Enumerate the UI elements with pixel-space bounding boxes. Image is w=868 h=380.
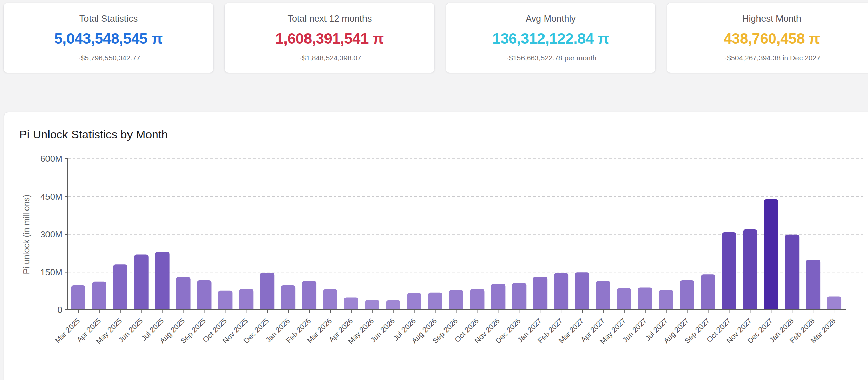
bar-Aug-2027[interactable] — [680, 280, 694, 310]
stat-label: Total next 12 months — [287, 14, 372, 24]
bar-Jul-2025[interactable] — [155, 252, 170, 310]
stat-card-total-statistics: Total Statistics 5,043,548,545 π ~$5,796… — [3, 3, 214, 73]
bar-Feb-2026[interactable] — [302, 281, 316, 310]
stat-value: 136,312,122.84 π — [492, 30, 609, 47]
stat-subtext: ~$156,663,522.78 per month — [505, 54, 596, 62]
bar-Mar-2028[interactable] — [827, 297, 841, 310]
bar-Sep-2025[interactable] — [197, 280, 211, 310]
bar-Jun-2027[interactable] — [638, 288, 652, 310]
stat-value: 5,043,548,545 π — [54, 30, 163, 47]
stat-card-highest-month: Highest Month 438,760,458 π ~$504,267,39… — [667, 3, 868, 73]
bar-Jun-2026[interactable] — [386, 300, 400, 310]
bar-Jan-2026[interactable] — [281, 285, 295, 310]
bar-Nov-2025[interactable] — [239, 289, 253, 310]
y-tick-label: 300M — [40, 229, 62, 239]
bar-May-2027[interactable] — [617, 288, 631, 310]
bar-Oct-2026[interactable] — [470, 289, 484, 310]
stat-subtext: ~$1,848,524,398.07 — [298, 54, 361, 62]
stat-subtext: ~$504,267,394.38 in Dec 2027 — [723, 54, 821, 62]
stat-label: Avg Monthly — [526, 14, 576, 24]
bar-Sep-2026[interactable] — [449, 290, 463, 310]
bar-Aug-2026[interactable] — [428, 293, 442, 310]
bar-Apr-2027[interactable] — [596, 281, 610, 310]
bar-Jan-2028[interactable] — [785, 235, 799, 310]
bar-May-2026[interactable] — [365, 300, 379, 310]
bar-Feb-2028[interactable] — [806, 260, 820, 310]
stat-subtext: ~$5,796,550,342.77 — [77, 54, 140, 62]
y-axis-title: Pi unlock (in millions) — [22, 195, 31, 274]
bar-Mar-2027[interactable] — [575, 272, 589, 310]
bar-Jan-2027[interactable] — [533, 277, 547, 310]
bar-Oct-2027[interactable] — [722, 232, 736, 310]
bar-Jul-2026[interactable] — [407, 293, 421, 310]
bar-Feb-2027[interactable] — [554, 273, 568, 310]
y-tick-label: 450M — [40, 192, 62, 202]
stat-card-total-next-12-months: Total next 12 months 1,608,391,541 π ~$1… — [224, 3, 435, 73]
stat-value: 438,760,458 π — [724, 30, 820, 47]
bar-May-2025[interactable] — [113, 264, 127, 310]
y-tick-label: 150M — [40, 267, 62, 277]
pi-unlock-chart-card: Pi Unlock Statistics by Month 0150M300M4… — [4, 112, 868, 380]
bar-Jun-2025[interactable] — [134, 254, 149, 310]
bar-Dec-2027[interactable] — [764, 199, 778, 310]
bar-chart-svg: 0150M300M450M600MMar 2025Apr 2025May 202… — [8, 148, 868, 372]
chart-title: Pi Unlock Statistics by Month — [19, 128, 868, 141]
bar-Dec-2025[interactable] — [260, 273, 274, 310]
bar-chart: 0150M300M450M600MMar 2025Apr 2025May 202… — [8, 148, 868, 372]
bar-Mar-2026[interactable] — [323, 289, 337, 310]
bar-Apr-2026[interactable] — [344, 298, 358, 310]
bar-Dec-2026[interactable] — [512, 283, 526, 310]
stat-card-avg-monthly: Avg Monthly 136,312,122.84 π ~$156,663,5… — [446, 3, 656, 73]
bar-Oct-2025[interactable] — [218, 291, 232, 310]
y-tick-label: 0 — [58, 305, 62, 315]
bar-Nov-2026[interactable] — [491, 284, 505, 310]
bar-Apr-2025[interactable] — [92, 282, 106, 310]
stat-label: Total Statistics — [79, 14, 138, 24]
stat-label: Highest Month — [742, 14, 801, 24]
stats-row: Total Statistics 5,043,548,545 π ~$5,796… — [0, 0, 868, 73]
bar-Jul-2027[interactable] — [659, 290, 673, 310]
stat-value: 1,608,391,541 π — [275, 30, 384, 47]
bar-Nov-2027[interactable] — [743, 229, 757, 310]
y-tick-label: 600M — [40, 154, 62, 164]
bar-Mar-2025[interactable] — [71, 285, 85, 310]
bar-Sep-2027[interactable] — [701, 274, 715, 310]
bar-Aug-2025[interactable] — [176, 277, 191, 310]
